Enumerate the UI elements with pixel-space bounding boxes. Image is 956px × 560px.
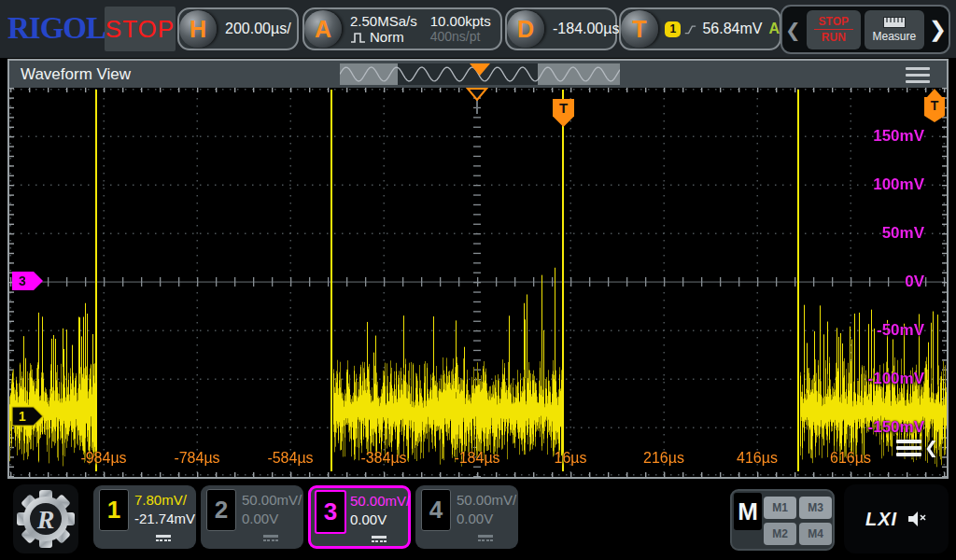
- gear-icon: R: [16, 489, 76, 549]
- math1-button[interactable]: M1: [764, 497, 796, 519]
- quick-menu-cluster: ❮ STOP RUN Measure ❯: [780, 5, 950, 54]
- trigger-level-value: 56.84mV: [702, 21, 762, 37]
- acquisition-control[interactable]: A 2.50MSa/s Norm 10.00kpts 400ns/pt: [302, 7, 502, 50]
- channel1-marker-label: 1: [19, 409, 26, 424]
- channel1-offset: -21.74mV: [134, 511, 195, 526]
- record-overview-strip[interactable]: [340, 63, 620, 85]
- menu-scroll-left-icon[interactable]: ❮: [785, 19, 801, 41]
- waveform-titlebar: Waveform View: [9, 61, 947, 88]
- channel2-card[interactable]: 2 50.00mV/ 0.00V: [201, 485, 303, 549]
- channel3-offset-marker[interactable]: 3: [11, 271, 45, 291]
- lxi-label: LXI: [865, 509, 897, 530]
- voltage-label: 150mV: [822, 127, 924, 146]
- channel1-card[interactable]: 1 7.80mV/ -21.74mV: [93, 485, 196, 549]
- channel4-card[interactable]: 4 50.00mV/ 0.00V: [415, 485, 518, 549]
- waveform-menu-icon[interactable]: [906, 67, 930, 87]
- waveform-display[interactable]: [9, 88, 947, 477]
- delay-position-marker-icon[interactable]: [466, 88, 488, 101]
- graticule-area[interactable]: 150mV 100mV 50mV 0V -50mV -100mV -150mV …: [9, 88, 947, 477]
- trigger-level-flag[interactable]: T: [924, 89, 945, 122]
- top-toolbar: RIGOL STOP H 200.00µs/ A 2.50MSa/s Norm …: [0, 0, 956, 58]
- stop-run-divider: [814, 29, 853, 30]
- time-label: 216µs: [622, 450, 706, 467]
- time-label: -584µs: [248, 450, 332, 467]
- stop-run-top-label: STOP: [819, 15, 849, 28]
- trigger-knob-icon[interactable]: T: [621, 10, 658, 48]
- rigol-gear-logo[interactable]: R: [13, 484, 78, 553]
- channel1-number: 1: [99, 489, 129, 531]
- math2-button[interactable]: M2: [764, 523, 796, 545]
- pulse-icon: [350, 32, 366, 43]
- math3-button[interactable]: M3: [799, 497, 832, 519]
- channel4-scale: 50.00mV/: [457, 492, 516, 508]
- level-offscreen-arrow-icon: [927, 89, 942, 97]
- horizontal-delay-control[interactable]: D -184.00µs: [505, 7, 617, 50]
- channel4-offset: 0.00V: [457, 511, 493, 526]
- channel1-scale: 7.80mV/: [134, 492, 187, 508]
- time-label: -784µs: [155, 450, 239, 467]
- svg-text:R: R: [36, 505, 55, 534]
- trigger-control[interactable]: T 1 56.84mV A: [619, 7, 781, 50]
- channel3-marker-label: 3: [19, 273, 26, 288]
- expand-chevron-icon: ❮: [924, 438, 938, 458]
- time-per-point: 400ns/pt: [430, 29, 491, 45]
- time-label: -984µs: [62, 450, 146, 467]
- channel3-offset: 0.00V: [350, 511, 387, 527]
- level-flag-label: T: [931, 98, 939, 122]
- math-label[interactable]: M: [734, 493, 762, 530]
- channel1-offset-marker[interactable]: 1: [11, 406, 45, 427]
- menu-scroll-right-icon[interactable]: ❯: [929, 17, 947, 42]
- channel3-card-selected[interactable]: 3 50.00mV/ 0.00V: [308, 485, 411, 549]
- acquisition-knob-icon[interactable]: A: [304, 10, 342, 48]
- rising-edge-icon: [684, 22, 696, 36]
- voltage-label: -100mV: [822, 370, 924, 388]
- measure-button[interactable]: Measure: [865, 10, 924, 49]
- delay-knob-icon[interactable]: D: [507, 10, 544, 48]
- math-cluster: M M1 M3 M2 M4: [730, 489, 835, 551]
- stop-run-button[interactable]: STOP RUN: [807, 10, 861, 49]
- channel2-number: 2: [206, 489, 236, 531]
- channel2-scale: 50.00mV/: [242, 492, 302, 508]
- bottom-status-bar: R 1 7.80mV/ -21.74mV 2 50.00mV/ 0.00V 3 …: [0, 482, 956, 560]
- sample-rate: 2.50MSa/s: [350, 13, 417, 29]
- stop-run-bottom-label: RUN: [822, 31, 846, 44]
- rigol-logo: RIGOL: [7, 0, 105, 58]
- horizontal-scale-control[interactable]: H 200.00µs/: [177, 7, 299, 50]
- dc-coupling-icon: [260, 535, 282, 541]
- delay-value: -184.00µs: [553, 21, 619, 37]
- voltage-label: -150mV: [822, 418, 924, 437]
- math4-button[interactable]: M4: [799, 523, 832, 545]
- time-label: -184µs: [435, 450, 519, 467]
- dc-coupling-icon: [368, 536, 390, 542]
- acq-mode: Norm: [370, 29, 404, 45]
- expand-menu-icon[interactable]: ❮: [896, 437, 938, 459]
- ruler-icon: [883, 17, 906, 28]
- dc-coupling-icon: [474, 535, 497, 541]
- time-label: 16µs: [528, 450, 612, 467]
- memory-depth: 10.00kpts: [430, 13, 491, 29]
- horizontal-knob-icon[interactable]: H: [179, 10, 217, 48]
- acquisition-status-badge[interactable]: STOP: [105, 7, 176, 51]
- time-label: -384µs: [342, 450, 426, 467]
- measure-label: Measure: [872, 30, 916, 43]
- channel3-scale: 50.00mV/: [350, 493, 410, 509]
- dc-coupling-icon: [152, 535, 175, 541]
- voltage-label: 0V: [822, 273, 924, 291]
- window-title: Waveform View: [21, 61, 131, 88]
- waveform-window: Waveform View 150mV 100mV 50mV 0V -50mV …: [7, 59, 949, 479]
- channel2-offset: 0.00V: [242, 511, 278, 526]
- trigger-source-badge: 1: [665, 21, 681, 37]
- lxi-status-tile: LXI: [844, 484, 949, 553]
- trigger-flag-label: T: [559, 100, 568, 127]
- time-label: 416µs: [715, 450, 799, 467]
- time-label: 616µs: [808, 450, 893, 467]
- voltage-label: -50mV: [822, 321, 924, 340]
- channel4-number: 4: [421, 489, 451, 531]
- speaker-muted-icon[interactable]: [907, 510, 927, 528]
- trigger-sweep-auto: A: [768, 21, 780, 37]
- horizontal-scale-value: 200.00µs/: [225, 21, 291, 37]
- delay-marker-stem: [476, 100, 478, 114]
- channel3-number: 3: [315, 490, 346, 534]
- voltage-label: 50mV: [822, 224, 924, 243]
- voltage-label: 100mV: [822, 175, 924, 194]
